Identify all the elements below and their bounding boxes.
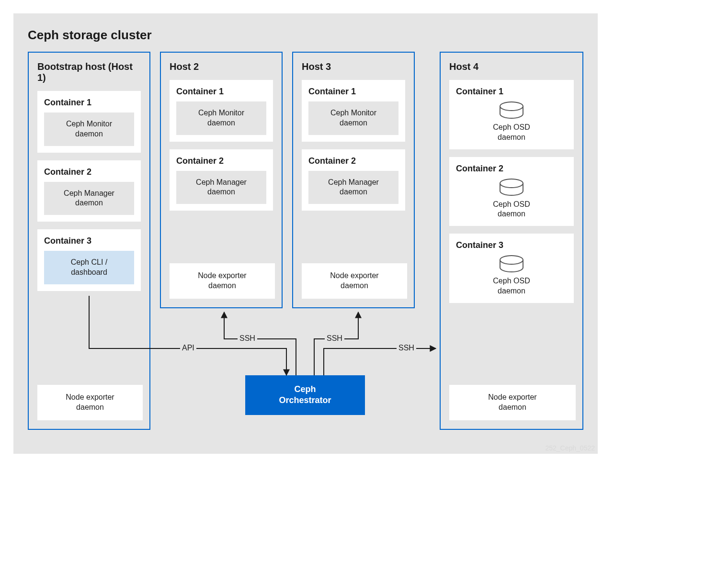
host-3-container-2-daemon: Ceph Manager daemon (308, 171, 398, 204)
host-3-container-1-daemon: Ceph Monitor daemon (308, 101, 398, 135)
host-1-container-1-daemon: Ceph Monitor daemon (44, 112, 134, 146)
host-4-container-3-label: Ceph OSD daemon (456, 276, 567, 296)
host-4-container-1-label: Ceph OSD daemon (456, 123, 567, 143)
host-1-container-1: Container 1 Ceph Monitor daemon (37, 91, 141, 153)
host-1-node-exporter: Node exporter daemon (37, 385, 143, 420)
host-4-container-3-title: Container 3 (456, 240, 567, 250)
host-3-container-2-title: Container 2 (308, 156, 398, 166)
host-2-node-exporter: Node exporter daemon (170, 263, 275, 299)
host-4-node-exporter: Node exporter daemon (449, 385, 576, 420)
host-2-container-2-daemon: Ceph Manager daemon (176, 171, 266, 204)
host-2-container-2: Container 2 Ceph Manager daemon (170, 149, 273, 211)
host-1-container-3-title: Container 3 (44, 236, 134, 246)
ssh-label-host3: SSH (325, 334, 344, 343)
disk-icon (456, 101, 567, 119)
host-3-container-1-title: Container 1 (308, 87, 398, 97)
host-2-title: Host 2 (170, 61, 273, 72)
host-3-node-exporter: Node exporter daemon (302, 263, 407, 299)
host-4-container-2-title: Container 2 (456, 164, 567, 174)
host-4-container-1: Container 1 Ceph OSD daemon (449, 80, 574, 149)
host-1-container-3-daemon: Ceph CLI / dashboard (44, 251, 134, 284)
host-1-container-2-daemon: Ceph Manager daemon (44, 182, 134, 215)
host-3-container-1: Container 1 Ceph Monitor daemon (302, 80, 405, 142)
host-2-container-1: Container 1 Ceph Monitor daemon (170, 80, 273, 142)
svg-point-2 (500, 256, 523, 264)
host-4-container-2-label: Ceph OSD daemon (456, 200, 567, 220)
svg-point-0 (500, 102, 523, 111)
host-1-container-3: Container 3 Ceph CLI / dashboard (37, 229, 141, 291)
ceph-orchestrator-box: Ceph Orchestrator (245, 375, 365, 415)
host-2-container-1-title: Container 1 (176, 87, 266, 97)
disk-icon (456, 179, 567, 196)
host-4-container-2: Container 2 Ceph OSD daemon (449, 157, 574, 226)
host-4-container-3: Container 3 Ceph OSD daemon (449, 234, 574, 303)
host-4-title: Host 4 (449, 61, 574, 72)
host-2-box: Host 2 Container 1 Ceph Monitor daemon C… (160, 52, 283, 308)
ssh-label-host4: SSH (397, 344, 416, 352)
host-2-container-2-title: Container 2 (176, 156, 266, 166)
disk-icon (456, 255, 567, 272)
host-1-container-2: Container 2 Ceph Manager daemon (37, 160, 141, 222)
host-4-container-1-title: Container 1 (456, 87, 567, 97)
host-1-container-2-title: Container 2 (44, 167, 134, 177)
host-4-box: Host 4 Container 1 Ceph OSD daemon Conta… (440, 52, 583, 430)
cluster-title: Ceph storage cluster (28, 28, 152, 43)
watermark: 252_Ceph_0522 (545, 444, 595, 452)
host-1-title: Bootstrap host (Host 1) (37, 61, 141, 83)
host-2-container-1-daemon: Ceph Monitor daemon (176, 101, 266, 135)
api-label: API (180, 344, 196, 352)
host-3-title: Host 3 (302, 61, 405, 72)
svg-point-1 (500, 179, 523, 188)
host-1-box: Bootstrap host (Host 1) Container 1 Ceph… (28, 52, 150, 430)
host-1-container-1-title: Container 1 (44, 98, 134, 108)
ssh-label-host2: SSH (238, 334, 257, 343)
host-3-box: Host 3 Container 1 Ceph Monitor daemon C… (292, 52, 415, 308)
diagram-canvas: Ceph storage cluster Bootstrap host (Hos… (13, 13, 598, 454)
host-3-container-2: Container 2 Ceph Manager daemon (302, 149, 405, 211)
